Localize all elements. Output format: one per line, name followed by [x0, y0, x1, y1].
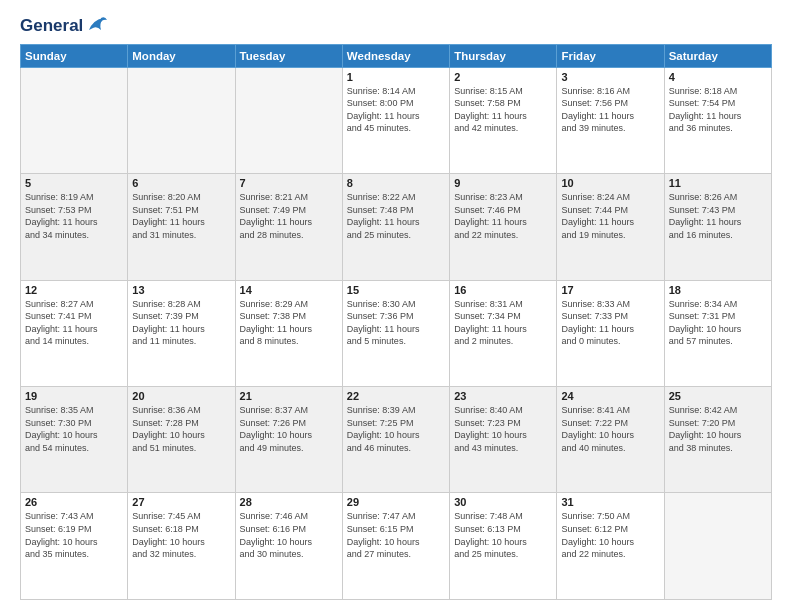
day-info: Sunrise: 8:20 AMSunset: 7:51 PMDaylight:…	[132, 191, 230, 241]
header: General	[20, 16, 772, 36]
calendar-cell: 21Sunrise: 8:37 AMSunset: 7:26 PMDayligh…	[235, 387, 342, 493]
calendar-cell: 26Sunrise: 7:43 AMSunset: 6:19 PMDayligh…	[21, 493, 128, 600]
day-number: 26	[25, 496, 123, 508]
logo-bird-icon	[85, 16, 107, 34]
day-info: Sunrise: 8:42 AMSunset: 7:20 PMDaylight:…	[669, 404, 767, 454]
day-info: Sunrise: 8:34 AMSunset: 7:31 PMDaylight:…	[669, 298, 767, 348]
day-number: 19	[25, 390, 123, 402]
header-saturday: Saturday	[664, 44, 771, 67]
header-sunday: Sunday	[21, 44, 128, 67]
day-info: Sunrise: 8:31 AMSunset: 7:34 PMDaylight:…	[454, 298, 552, 348]
day-number: 20	[132, 390, 230, 402]
calendar-cell: 5Sunrise: 8:19 AMSunset: 7:53 PMDaylight…	[21, 174, 128, 280]
day-number: 23	[454, 390, 552, 402]
calendar-cell	[128, 67, 235, 173]
day-number: 17	[561, 284, 659, 296]
day-number: 24	[561, 390, 659, 402]
calendar-cell: 3Sunrise: 8:16 AMSunset: 7:56 PMDaylight…	[557, 67, 664, 173]
header-tuesday: Tuesday	[235, 44, 342, 67]
day-info: Sunrise: 8:28 AMSunset: 7:39 PMDaylight:…	[132, 298, 230, 348]
calendar-cell	[664, 493, 771, 600]
calendar-cell: 17Sunrise: 8:33 AMSunset: 7:33 PMDayligh…	[557, 280, 664, 386]
day-info: Sunrise: 7:47 AMSunset: 6:15 PMDaylight:…	[347, 510, 445, 560]
logo: General	[20, 16, 107, 36]
day-info: Sunrise: 8:21 AMSunset: 7:49 PMDaylight:…	[240, 191, 338, 241]
day-info: Sunrise: 8:30 AMSunset: 7:36 PMDaylight:…	[347, 298, 445, 348]
day-info: Sunrise: 7:48 AMSunset: 6:13 PMDaylight:…	[454, 510, 552, 560]
day-info: Sunrise: 8:23 AMSunset: 7:46 PMDaylight:…	[454, 191, 552, 241]
day-number: 21	[240, 390, 338, 402]
day-number: 31	[561, 496, 659, 508]
calendar-week-row: 12Sunrise: 8:27 AMSunset: 7:41 PMDayligh…	[21, 280, 772, 386]
day-info: Sunrise: 8:22 AMSunset: 7:48 PMDaylight:…	[347, 191, 445, 241]
day-info: Sunrise: 8:24 AMSunset: 7:44 PMDaylight:…	[561, 191, 659, 241]
day-info: Sunrise: 8:15 AMSunset: 7:58 PMDaylight:…	[454, 85, 552, 135]
calendar-cell: 29Sunrise: 7:47 AMSunset: 6:15 PMDayligh…	[342, 493, 449, 600]
day-info: Sunrise: 8:18 AMSunset: 7:54 PMDaylight:…	[669, 85, 767, 135]
calendar-cell: 20Sunrise: 8:36 AMSunset: 7:28 PMDayligh…	[128, 387, 235, 493]
calendar-cell: 22Sunrise: 8:39 AMSunset: 7:25 PMDayligh…	[342, 387, 449, 493]
calendar-cell: 8Sunrise: 8:22 AMSunset: 7:48 PMDaylight…	[342, 174, 449, 280]
calendar-cell	[21, 67, 128, 173]
calendar-table: Sunday Monday Tuesday Wednesday Thursday…	[20, 44, 772, 600]
day-number: 3	[561, 71, 659, 83]
day-info: Sunrise: 7:46 AMSunset: 6:16 PMDaylight:…	[240, 510, 338, 560]
day-number: 9	[454, 177, 552, 189]
day-number: 29	[347, 496, 445, 508]
day-info: Sunrise: 8:37 AMSunset: 7:26 PMDaylight:…	[240, 404, 338, 454]
day-number: 8	[347, 177, 445, 189]
logo-text: General	[20, 16, 83, 36]
calendar-cell: 28Sunrise: 7:46 AMSunset: 6:16 PMDayligh…	[235, 493, 342, 600]
day-number: 12	[25, 284, 123, 296]
day-info: Sunrise: 8:36 AMSunset: 7:28 PMDaylight:…	[132, 404, 230, 454]
calendar-cell: 2Sunrise: 8:15 AMSunset: 7:58 PMDaylight…	[450, 67, 557, 173]
day-number: 10	[561, 177, 659, 189]
calendar-cell: 18Sunrise: 8:34 AMSunset: 7:31 PMDayligh…	[664, 280, 771, 386]
calendar-cell: 6Sunrise: 8:20 AMSunset: 7:51 PMDaylight…	[128, 174, 235, 280]
day-info: Sunrise: 8:29 AMSunset: 7:38 PMDaylight:…	[240, 298, 338, 348]
day-info: Sunrise: 7:45 AMSunset: 6:18 PMDaylight:…	[132, 510, 230, 560]
calendar-cell: 16Sunrise: 8:31 AMSunset: 7:34 PMDayligh…	[450, 280, 557, 386]
day-number: 30	[454, 496, 552, 508]
day-number: 1	[347, 71, 445, 83]
calendar-week-row: 5Sunrise: 8:19 AMSunset: 7:53 PMDaylight…	[21, 174, 772, 280]
day-info: Sunrise: 8:41 AMSunset: 7:22 PMDaylight:…	[561, 404, 659, 454]
weekday-header-row: Sunday Monday Tuesday Wednesday Thursday…	[21, 44, 772, 67]
day-number: 22	[347, 390, 445, 402]
day-number: 11	[669, 177, 767, 189]
day-number: 7	[240, 177, 338, 189]
day-number: 28	[240, 496, 338, 508]
header-thursday: Thursday	[450, 44, 557, 67]
calendar-cell: 15Sunrise: 8:30 AMSunset: 7:36 PMDayligh…	[342, 280, 449, 386]
calendar-cell	[235, 67, 342, 173]
day-number: 18	[669, 284, 767, 296]
day-number: 4	[669, 71, 767, 83]
calendar-cell: 14Sunrise: 8:29 AMSunset: 7:38 PMDayligh…	[235, 280, 342, 386]
day-info: Sunrise: 8:16 AMSunset: 7:56 PMDaylight:…	[561, 85, 659, 135]
calendar-cell: 24Sunrise: 8:41 AMSunset: 7:22 PMDayligh…	[557, 387, 664, 493]
calendar-cell: 25Sunrise: 8:42 AMSunset: 7:20 PMDayligh…	[664, 387, 771, 493]
calendar-cell: 10Sunrise: 8:24 AMSunset: 7:44 PMDayligh…	[557, 174, 664, 280]
calendar-cell: 13Sunrise: 8:28 AMSunset: 7:39 PMDayligh…	[128, 280, 235, 386]
day-info: Sunrise: 8:33 AMSunset: 7:33 PMDaylight:…	[561, 298, 659, 348]
calendar-cell: 19Sunrise: 8:35 AMSunset: 7:30 PMDayligh…	[21, 387, 128, 493]
calendar-cell: 4Sunrise: 8:18 AMSunset: 7:54 PMDaylight…	[664, 67, 771, 173]
day-number: 6	[132, 177, 230, 189]
calendar-cell: 23Sunrise: 8:40 AMSunset: 7:23 PMDayligh…	[450, 387, 557, 493]
day-info: Sunrise: 8:40 AMSunset: 7:23 PMDaylight:…	[454, 404, 552, 454]
header-wednesday: Wednesday	[342, 44, 449, 67]
day-info: Sunrise: 8:26 AMSunset: 7:43 PMDaylight:…	[669, 191, 767, 241]
day-number: 15	[347, 284, 445, 296]
calendar-cell: 12Sunrise: 8:27 AMSunset: 7:41 PMDayligh…	[21, 280, 128, 386]
day-number: 13	[132, 284, 230, 296]
calendar-cell: 30Sunrise: 7:48 AMSunset: 6:13 PMDayligh…	[450, 493, 557, 600]
day-info: Sunrise: 8:27 AMSunset: 7:41 PMDaylight:…	[25, 298, 123, 348]
day-info: Sunrise: 7:50 AMSunset: 6:12 PMDaylight:…	[561, 510, 659, 560]
day-number: 25	[669, 390, 767, 402]
header-monday: Monday	[128, 44, 235, 67]
calendar-cell: 27Sunrise: 7:45 AMSunset: 6:18 PMDayligh…	[128, 493, 235, 600]
day-info: Sunrise: 8:19 AMSunset: 7:53 PMDaylight:…	[25, 191, 123, 241]
page: General Sunday Monday Tuesday Wednesday	[0, 0, 792, 612]
calendar-week-row: 1Sunrise: 8:14 AMSunset: 8:00 PMDaylight…	[21, 67, 772, 173]
day-number: 5	[25, 177, 123, 189]
